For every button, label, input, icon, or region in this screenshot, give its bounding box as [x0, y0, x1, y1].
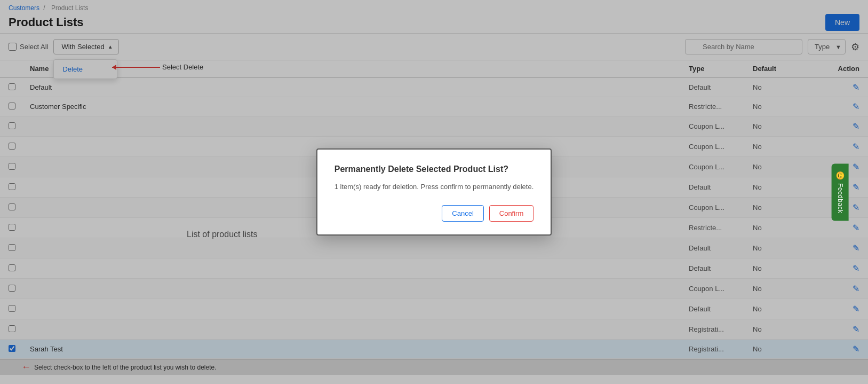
- modal-overlay: Permanently Delete Selected Product List…: [0, 0, 868, 384]
- page-wrapper: Customers / Product Lists Product Lists …: [0, 0, 868, 384]
- cancel-button[interactable]: Cancel: [442, 205, 483, 222]
- feedback-label: Feedback: [836, 183, 843, 213]
- modal-buttons: Cancel Confirm: [335, 205, 534, 222]
- confirm-button[interactable]: Confirm: [489, 205, 534, 222]
- feedback-tab[interactable]: 😊 Feedback: [831, 163, 848, 221]
- feedback-emoji: 😊: [835, 171, 844, 181]
- delete-modal: Permanently Delete Selected Product List…: [316, 148, 552, 236]
- modal-body: 1 item(s) ready for deletion. Press conf…: [335, 182, 534, 192]
- modal-title: Permanently Delete Selected Product List…: [335, 164, 534, 174]
